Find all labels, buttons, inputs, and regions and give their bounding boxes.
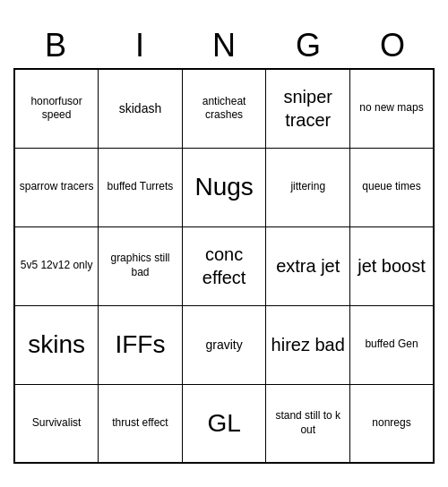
cell-3-0: skins: [14, 305, 99, 384]
bingo-header: BINGO: [13, 23, 435, 68]
cell-4-3: stand still to k out: [266, 384, 350, 463]
grid-row-0: honorfusor speedskidashanticheat crashes…: [14, 69, 434, 148]
cell-3-1: IFFs: [99, 305, 183, 384]
cell-4-1: thrust effect: [99, 384, 183, 463]
cell-0-1: skidash: [99, 69, 183, 148]
cell-1-4: queue times: [350, 148, 435, 226]
cell-1-3: jittering: [266, 148, 350, 226]
cell-3-4: buffed Gen: [350, 305, 435, 384]
cell-3-3: hirez bad: [266, 305, 350, 384]
cell-1-0: sparrow tracers: [14, 148, 99, 226]
cell-4-2: GL: [182, 384, 266, 463]
header-letter-i: I: [98, 23, 182, 68]
bingo-grid: honorfusor speedskidashanticheat crashes…: [13, 68, 435, 464]
cell-0-4: no new maps: [350, 69, 435, 148]
cell-1-2: Nugs: [182, 148, 266, 226]
cell-1-1: buffed Turrets: [99, 148, 183, 226]
cell-2-2: conc effect: [182, 226, 266, 305]
header-letter-b: B: [13, 23, 98, 68]
cell-2-4: jet boost: [350, 226, 435, 305]
grid-row-3: skinsIFFsgravityhirez badbuffed Gen: [14, 305, 434, 384]
bingo-card: BINGO honorfusor speedskidashanticheat c…: [13, 23, 435, 464]
header-letter-g: G: [266, 23, 350, 68]
cell-0-3: sniper tracer: [266, 69, 350, 148]
cell-4-4: nonregs: [350, 384, 435, 463]
grid-row-2: 5v5 12v12 onlygraphics still badconc eff…: [14, 226, 434, 305]
cell-3-2: gravity: [182, 305, 266, 384]
header-letter-n: N: [182, 23, 266, 68]
cell-4-0: Survivalist: [14, 384, 99, 463]
cell-2-0: 5v5 12v12 only: [14, 226, 99, 305]
cell-2-3: extra jet: [266, 226, 350, 305]
cell-0-0: honorfusor speed: [14, 69, 99, 148]
cell-0-2: anticheat crashes: [182, 69, 266, 148]
cell-2-1: graphics still bad: [99, 226, 183, 305]
grid-row-4: Survivalistthrust effectGLstand still to…: [14, 384, 434, 463]
header-letter-o: O: [350, 23, 435, 68]
grid-row-1: sparrow tracersbuffed TurretsNugsjitteri…: [14, 148, 434, 226]
